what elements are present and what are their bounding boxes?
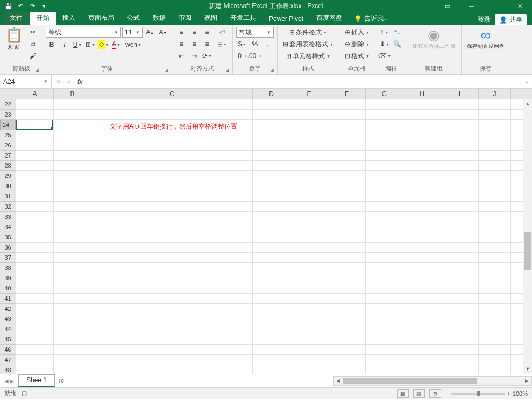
wrap-text-button[interactable]: ⏎ <box>215 27 229 38</box>
row-header-41[interactable]: 41 <box>0 294 16 304</box>
row-header-48[interactable]: 48 <box>0 365 16 374</box>
row-header-23[interactable]: 23 <box>0 110 16 120</box>
normal-view-button[interactable]: ▦ <box>397 389 409 398</box>
ribbon-options-icon[interactable]: ▭ <box>435 0 459 12</box>
fill-color-button[interactable]: ◇▼ <box>97 39 109 50</box>
align-middle-button[interactable]: ≡ <box>188 27 200 38</box>
cell-styles-button[interactable]: ⊞ 单元格样式 ▼ <box>281 51 336 61</box>
row-header-34[interactable]: 34 <box>0 222 16 232</box>
align-left-button[interactable]: ≡ <box>175 39 187 49</box>
formula-input[interactable] <box>87 75 522 88</box>
zoom-level[interactable]: 100% <box>513 390 528 397</box>
row-header-47[interactable]: 47 <box>0 355 16 365</box>
row-header-38[interactable]: 38 <box>0 263 16 273</box>
select-all-corner[interactable] <box>0 89 16 99</box>
row-header-37[interactable]: 37 <box>0 253 16 263</box>
cells-area[interactable]: 文字用Alt+回车键换行，然后用空格调整位置 <box>16 99 523 374</box>
row-header-30[interactable]: 30 <box>0 181 16 191</box>
zoom-in-button[interactable]: + <box>507 390 510 397</box>
save-icon[interactable]: 💾 <box>4 2 13 10</box>
sheet-nav-next-icon[interactable]: ▶ <box>10 378 14 384</box>
align-top-button[interactable]: ≡ <box>175 27 187 38</box>
row-header-33[interactable]: 33 <box>0 212 16 222</box>
phonetic-button[interactable]: wén▼ <box>123 39 144 50</box>
decrease-font-button[interactable]: A▾ <box>157 27 168 38</box>
tab-developer[interactable]: 开发工具 <box>224 11 263 25</box>
italic-button[interactable]: I <box>59 39 70 50</box>
col-header-A[interactable]: A <box>16 89 54 99</box>
undo-icon[interactable]: ↶ <box>16 2 25 10</box>
sheet-nav-prev-icon[interactable]: ◀ <box>4 378 9 384</box>
scroll-down-icon[interactable]: ▼ <box>523 365 532 374</box>
clipboard-dialog-icon[interactable]: ◢ <box>35 67 39 73</box>
page-layout-view-button[interactable]: ▤ <box>413 389 425 398</box>
accounting-button[interactable]: $▼ <box>236 39 248 49</box>
align-bottom-button[interactable]: ≡ <box>201 27 213 38</box>
align-dialog-icon[interactable]: ◢ <box>225 67 229 73</box>
row-header-22[interactable]: 22 <box>0 99 16 110</box>
zoom-slider[interactable] <box>451 393 505 395</box>
macro-record-icon[interactable]: ▢ <box>22 390 27 397</box>
fill-button[interactable]: ⬇▼ <box>379 39 391 49</box>
decrease-decimal-button[interactable]: .00→ <box>249 51 261 61</box>
row-header-39[interactable]: 39 <box>0 273 16 283</box>
bold-button[interactable]: B <box>46 39 58 50</box>
page-break-view-button[interactable]: ⊞ <box>429 389 441 398</box>
row-header-28[interactable]: 28 <box>0 161 16 171</box>
minimize-icon[interactable]: — <box>459 0 484 12</box>
format-painter-button[interactable]: 🖌 <box>27 51 39 61</box>
row-header-46[interactable]: 46 <box>0 345 16 355</box>
insert-cells-button[interactable]: ⊕ 插入 ▼ <box>343 27 372 38</box>
comma-button[interactable]: , <box>262 39 274 49</box>
paste-button[interactable]: 📋 粘贴 <box>3 27 25 52</box>
tab-insert[interactable]: 插入 <box>56 11 82 25</box>
scroll-right-icon[interactable]: ▶ <box>522 378 531 383</box>
tab-home[interactable]: 开始 <box>30 11 56 25</box>
increase-decimal-button[interactable]: .0→ <box>236 51 248 61</box>
tab-view[interactable]: 视图 <box>198 11 224 25</box>
number-dialog-icon[interactable]: ◢ <box>270 67 274 73</box>
row-header-32[interactable]: 32 <box>0 202 16 212</box>
add-sheet-button[interactable]: ⊕ <box>55 376 68 385</box>
tab-formulas[interactable]: 公式 <box>120 11 146 25</box>
align-center-button[interactable]: ≡ <box>188 39 200 49</box>
vscroll-thumb[interactable] <box>524 232 531 270</box>
tab-baidu[interactable]: 百度网盘 <box>310 11 349 25</box>
format-cells-button[interactable]: ⊡ 格式 ▼ <box>343 51 372 61</box>
cut-button[interactable]: ✂ <box>27 27 39 38</box>
row-header-35[interactable]: 35 <box>0 232 16 243</box>
redo-icon[interactable]: ↷ <box>28 2 37 10</box>
qat-more-icon[interactable]: ▾ <box>40 2 48 10</box>
col-header-C[interactable]: C <box>91 89 253 99</box>
close-icon[interactable]: ✕ <box>508 0 532 12</box>
row-header-42[interactable]: 42 <box>0 304 16 314</box>
row-header-29[interactable]: 29 <box>0 171 16 181</box>
number-format-select[interactable]: 常规▼ <box>236 27 274 38</box>
col-header-F[interactable]: F <box>328 89 366 99</box>
expand-formula-icon[interactable]: ⌄ <box>522 75 532 88</box>
delete-cells-button[interactable]: ⊖ 删除 ▼ <box>343 39 372 49</box>
col-header-D[interactable]: D <box>253 89 290 99</box>
save-baidu-button[interactable]: ∞ 保存到百度网盘 <box>465 27 507 51</box>
row-header-40[interactable]: 40 <box>0 283 16 294</box>
tell-me[interactable]: 💡 告诉我... <box>349 12 394 25</box>
col-header-B[interactable]: B <box>54 89 91 99</box>
row-header-24[interactable]: 24 <box>0 120 16 130</box>
increase-font-button[interactable]: A▴ <box>144 27 155 38</box>
sort-filter-button[interactable]: ᴬ↓ <box>392 27 403 38</box>
row-header-26[interactable]: 26 <box>0 140 16 151</box>
row-header-45[interactable]: 45 <box>0 334 16 345</box>
col-header-I[interactable]: I <box>441 89 479 99</box>
row-header-36[interactable]: 36 <box>0 243 16 253</box>
tab-data[interactable]: 数据 <box>146 11 172 25</box>
maximize-icon[interactable]: ☐ <box>484 0 508 12</box>
col-header-J[interactable]: J <box>479 89 511 99</box>
row-header-25[interactable]: 25 <box>0 130 16 140</box>
percent-button[interactable]: % <box>249 39 261 49</box>
selected-cell[interactable] <box>16 119 53 130</box>
name-box[interactable]: A24▼ <box>0 75 52 88</box>
cancel-formula-icon[interactable]: ✕ <box>56 78 61 86</box>
underline-button[interactable]: U▼ <box>72 39 83 50</box>
increase-indent-button[interactable]: ⇥ <box>188 51 200 61</box>
conditional-format-button[interactable]: ⊞ 条件格式 ▼ <box>281 27 336 38</box>
